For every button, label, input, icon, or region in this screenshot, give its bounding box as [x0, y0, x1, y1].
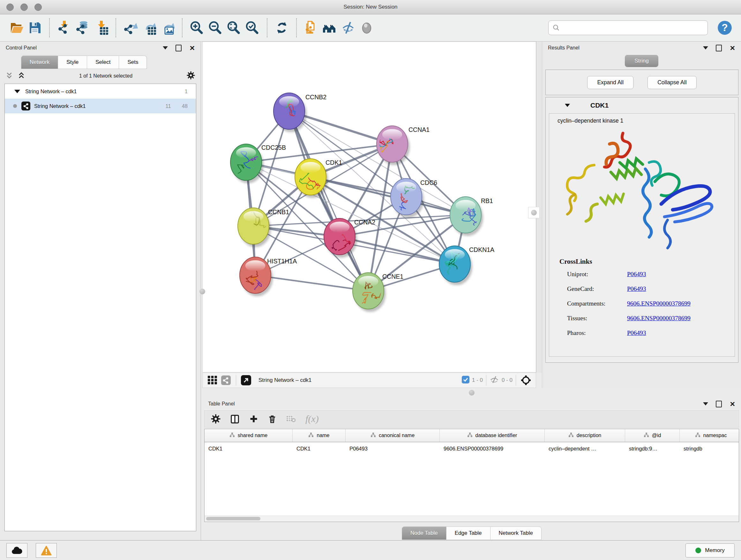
control-panel-collapse-icon[interactable] [163, 46, 168, 50]
zoom-in-button[interactable] [188, 17, 206, 39]
crosslink-link[interactable]: 9606.ENSP00000378699 [627, 300, 690, 307]
scrollbar-thumb[interactable] [206, 517, 260, 520]
table-cell[interactable]: P06493 [346, 446, 440, 452]
add-column-icon[interactable] [249, 415, 258, 423]
column-header-sharedname[interactable]: shared name [205, 429, 293, 442]
refresh-network-button[interactable] [273, 17, 291, 39]
collapse-all-networks-icon[interactable] [6, 72, 13, 80]
protein-collapse-icon[interactable] [565, 104, 570, 107]
network-node-CCNA1[interactable] [372, 126, 410, 165]
tab-node-table[interactable]: Node Table [402, 526, 447, 540]
search-box[interactable] [548, 20, 708, 35]
save-session-button[interactable] [25, 17, 44, 39]
left-splitter-handle[interactable] [197, 286, 208, 297]
table-panel-float-icon[interactable] [716, 401, 722, 408]
control-panel-float-icon[interactable] [176, 45, 182, 51]
delete-table-icon [286, 415, 296, 423]
import-table-file-button[interactable] [92, 17, 111, 39]
hide-selected-button[interactable] [339, 17, 357, 39]
import-network-database-button[interactable] [73, 17, 92, 39]
table-panel-collapse-icon[interactable] [703, 402, 708, 406]
network-node-CCNB1[interactable] [238, 208, 271, 247]
table-cell[interactable]: stringdb:9… [625, 446, 680, 452]
export-table-button[interactable] [140, 17, 158, 39]
network-edge-CDK1-RB1[interactable] [311, 177, 466, 215]
network-node-CCNE1[interactable] [353, 273, 386, 312]
zoom-fit-button[interactable] [225, 17, 243, 39]
table-panel-splitter[interactable] [202, 388, 741, 397]
window-minimize-button[interactable] [20, 3, 28, 11]
network-edge-CCNB2-CCNE1[interactable] [289, 111, 368, 291]
network-node-RB1[interactable] [450, 197, 483, 236]
table-settings-gear-icon[interactable] [211, 414, 220, 424]
collapse-all-button[interactable]: Collapse All [648, 76, 696, 89]
network-tree-root-row[interactable]: String Network – cdk1 1 [5, 84, 196, 99]
network-tree-child-row[interactable]: String Network – cdk1 11 48 [5, 99, 196, 113]
fit-selected-crosshair-icon[interactable] [519, 374, 533, 386]
zoom-selected-button[interactable] [243, 17, 262, 39]
show-columns-icon[interactable] [230, 414, 240, 424]
window-zoom-button[interactable] [35, 3, 42, 11]
show-gradient-button[interactable] [357, 17, 376, 39]
detach-view-icon[interactable] [239, 374, 253, 386]
network-options-gear-icon[interactable] [187, 71, 195, 81]
control-panel-close-icon[interactable]: ✕ [189, 45, 195, 51]
tab-network-table[interactable]: Network Table [490, 526, 542, 540]
tab-style[interactable]: Style [58, 56, 87, 69]
column-header-id[interactable]: @id [625, 429, 680, 442]
results-panel-float-icon[interactable] [716, 45, 722, 51]
column-header-namespac[interactable]: namespac [680, 429, 739, 442]
selected-checkbox-icon[interactable] [462, 376, 469, 385]
crosslink-link[interactable]: P06493 [627, 271, 646, 278]
tab-edge-table[interactable]: Edge Table [447, 526, 490, 540]
results-panel-close-icon[interactable]: ✕ [730, 45, 735, 51]
tab-network[interactable]: Network [21, 56, 58, 69]
crosslink-link[interactable]: P06493 [627, 286, 646, 293]
results-splitter-strip[interactable] [536, 42, 542, 373]
column-header-canonicalname[interactable]: canonical name [346, 429, 440, 442]
table-cell[interactable]: stringdb [680, 446, 739, 452]
search-input[interactable] [562, 24, 704, 32]
table-cell[interactable]: 9606.ENSP00000378699 [440, 446, 545, 452]
results-tab-string[interactable]: String [625, 55, 658, 67]
table-cell[interactable]: CDK1 [205, 446, 293, 452]
network-overview-icon[interactable] [219, 374, 232, 386]
open-session-button[interactable] [7, 17, 25, 39]
column-header-databaseidentifier[interactable]: database identifier [440, 429, 545, 442]
help-button[interactable]: ? [717, 20, 733, 36]
zoom-out-button[interactable] [206, 17, 225, 39]
results-splitter-handle[interactable] [528, 207, 540, 219]
network-node-CDC6[interactable] [391, 179, 424, 218]
memory-button[interactable]: Memory [685, 543, 735, 557]
warnings-button[interactable] [36, 543, 57, 558]
network-node-CDKN1A[interactable] [439, 246, 472, 285]
expand-all-networks-icon[interactable] [18, 72, 25, 80]
table-horizontal-scrollbar[interactable] [205, 516, 739, 522]
column-header-name[interactable]: name [293, 429, 346, 442]
network-node-CDC25B[interactable] [230, 144, 264, 183]
table-panel-close-icon[interactable]: ✕ [730, 401, 735, 408]
network-canvas[interactable]: CCNB2CCNA1CDC25BCDK1CDC6RB1CCNB1CCNA2CDK… [202, 42, 536, 373]
home-view-button[interactable] [320, 17, 339, 39]
expand-all-button[interactable]: Expand All [587, 76, 633, 89]
delete-column-icon[interactable] [268, 414, 277, 424]
results-panel-collapse-icon[interactable] [703, 46, 708, 50]
import-network-file-button[interactable] [55, 17, 73, 39]
window-close-button[interactable] [6, 3, 14, 11]
table-cell[interactable]: CDK1 [293, 446, 346, 452]
table-row[interactable]: CDK1CDK1P064939606.ENSP00000378699cyclin… [205, 442, 739, 455]
table-cell[interactable]: cyclin–dependent … [545, 446, 625, 452]
export-image-button[interactable] [158, 17, 177, 39]
network-node-CDK1[interactable] [295, 159, 328, 198]
column-header-description[interactable]: description [545, 429, 625, 442]
grid-view-icon[interactable] [206, 374, 219, 386]
network-node-CCNB2[interactable] [273, 93, 307, 132]
tab-sets[interactable]: Sets [119, 56, 147, 69]
export-network-button[interactable] [121, 17, 140, 39]
cloud-status-button[interactable] [6, 543, 27, 558]
crosslink-link[interactable]: 9606.ENSP00000378699 [627, 315, 690, 322]
annotations-button[interactable] [302, 17, 320, 39]
crosslink-link[interactable]: P06493 [627, 329, 646, 336]
tab-select[interactable]: Select [87, 56, 119, 69]
tree-expand-icon[interactable] [14, 90, 20, 93]
